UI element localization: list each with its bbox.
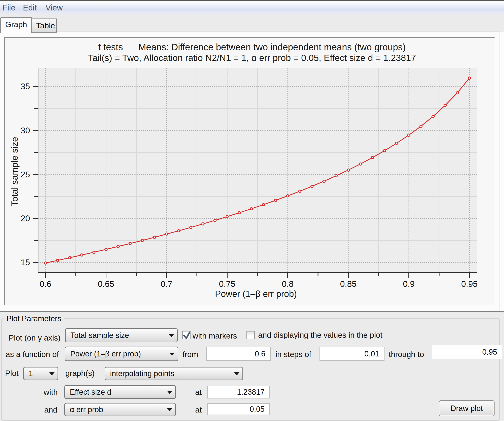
svg-text:35: 35: [21, 82, 30, 91]
svg-text:25: 25: [21, 170, 30, 179]
svg-text:20: 20: [21, 213, 30, 223]
svg-text:30: 30: [21, 126, 30, 135]
svg-text:0.95: 0.95: [461, 279, 478, 289]
svg-text:0.6: 0.6: [40, 279, 51, 289]
svg-text:0.75: 0.75: [219, 279, 235, 289]
svg-text:0.65: 0.65: [98, 279, 114, 289]
svg-text:0.85: 0.85: [340, 279, 357, 289]
svg-text:0.9: 0.9: [403, 279, 415, 289]
svg-text:0.7: 0.7: [161, 279, 172, 289]
svg-text:15: 15: [21, 258, 30, 267]
svg-text:0.8: 0.8: [282, 279, 294, 289]
